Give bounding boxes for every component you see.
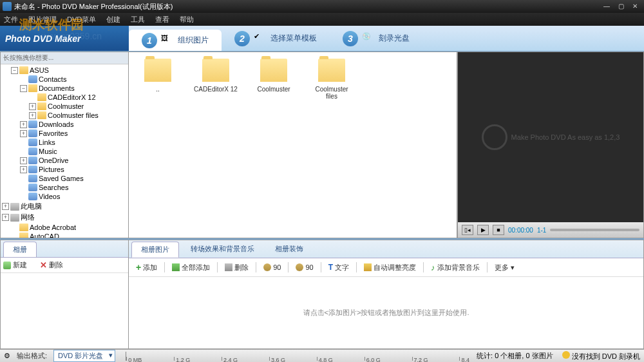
menu-photo-manage[interactable]: 图片管理 <box>28 15 57 24</box>
network-icon <box>10 214 19 222</box>
tree-node-autocad[interactable]: AutoCAD <box>2 232 127 238</box>
folder-view[interactable]: .. CADEditorX 12 Coolmuster Coolmuster f… <box>129 52 457 238</box>
menu-help[interactable]: 帮助 <box>180 15 194 24</box>
menu-create[interactable]: 创建 <box>106 15 120 24</box>
menu-view[interactable]: 查看 <box>155 15 169 24</box>
folder-coolmuster[interactable]: Coolmuster <box>251 59 296 93</box>
expand-icon[interactable]: + <box>20 157 27 164</box>
expand-icon[interactable]: + <box>2 203 9 210</box>
play-button[interactable]: ▶ <box>477 225 489 235</box>
gear-icon[interactable]: ⚙ <box>4 352 10 360</box>
folder-icon <box>28 84 37 92</box>
tab-album[interactable]: 相册 <box>3 242 37 257</box>
auto-brightness-button[interactable]: 自动调整亮度 <box>361 262 419 274</box>
expand-icon[interactable]: + <box>29 112 36 119</box>
folder-cadeditor[interactable]: CADEditorX 12 <box>193 59 238 93</box>
collapse-icon[interactable]: − <box>11 67 18 74</box>
menu-file[interactable]: 文件 <box>4 15 18 24</box>
tree-node-music[interactable]: Music <box>2 147 127 156</box>
ruler-tick: 2.4 G <box>222 357 238 361</box>
folder-up[interactable]: .. <box>135 59 180 93</box>
expand-icon[interactable]: + <box>29 103 36 110</box>
more-button[interactable]: 更多▾ <box>491 262 518 274</box>
expand-icon[interactable]: + <box>20 130 27 137</box>
delete-button[interactable]: 删除 <box>222 262 252 274</box>
tree-node-searches[interactable]: Searches <box>2 183 127 192</box>
tab-transitions[interactable]: 转场效果和背景音乐 <box>182 242 263 258</box>
onedrive-icon <box>28 157 37 164</box>
stop-button[interactable]: ■ <box>493 225 504 235</box>
step-organize[interactable]: 1 🖼 组织图片 <box>129 30 222 51</box>
collapse-icon[interactable]: − <box>20 85 27 92</box>
prev-button[interactable]: ▯◂ <box>462 225 473 235</box>
tree-node-documents[interactable]: −Documents <box>2 84 127 93</box>
tree-node-contacts[interactable]: Contacts <box>2 75 127 84</box>
rotate-left-icon <box>263 263 271 271</box>
text-button[interactable]: T文字 <box>325 262 352 274</box>
text-icon: T <box>328 263 333 272</box>
step-1-label: 组织图片 <box>178 35 209 46</box>
add-all-button[interactable]: 全部添加 <box>169 262 213 274</box>
expand-icon[interactable]: + <box>2 214 9 221</box>
tree-node-favorites[interactable]: +Favorites <box>2 129 127 138</box>
tree-node-adobe[interactable]: Adobe Acrobat <box>2 223 127 232</box>
step-2-badge: 2 <box>234 31 250 46</box>
tree-node-cadeditor[interactable]: CADEditorX 12 <box>2 93 127 102</box>
add-music-button[interactable]: ♪添加背景音乐 <box>428 262 483 274</box>
menu-tools[interactable]: 工具 <box>131 15 145 24</box>
photos-icon: 🖼 <box>161 34 174 47</box>
photo-drop-area[interactable]: 请点击<添加图片>按钮或者拖放图片到这里开始使用. <box>129 277 643 348</box>
tree-label: 此电脑 <box>21 202 42 211</box>
tree-node-links[interactable]: Links <box>2 138 127 147</box>
trash-icon <box>225 263 232 271</box>
chevron-down-icon: ▾ <box>511 263 515 272</box>
photo-toolbar: +添加 全部添加 删除 90 90 T文字 自动调整亮度 ♪添加背景音乐 更多▾ <box>129 258 643 277</box>
preview-controls: ▯◂ ▶ ■ 00:00:00 1-1 <box>458 222 643 238</box>
folder-icon <box>19 224 28 231</box>
output-format-select[interactable]: DVD 影片光盘 <box>53 350 115 362</box>
preview-slider[interactable] <box>550 229 639 231</box>
tab-decoration[interactable]: 相册装饰 <box>266 242 312 258</box>
tree-label: AutoCAD <box>30 233 59 238</box>
rotate-right-button[interactable]: 90 <box>292 262 316 272</box>
step-burn[interactable]: 3 💿 刻录光盘 <box>330 26 422 51</box>
folder-icon <box>144 59 171 82</box>
tree-node-coolmuster-files[interactable]: +Coolmuster files <box>2 111 127 120</box>
tree-node-asus[interactable]: −ASUS <box>2 66 127 75</box>
folder-icon <box>318 59 345 82</box>
tree-node-downloads[interactable]: +Downloads <box>2 120 127 129</box>
tree-node-videos[interactable]: Videos <box>2 192 127 201</box>
step-template[interactable]: 2 ✔ 选择菜单模板 <box>222 26 330 51</box>
tree-node-network[interactable]: +网络 <box>2 212 127 223</box>
logo-text: Photo DVD Maker <box>5 33 80 44</box>
tree-node-coolmuster[interactable]: +Coolmuster <box>2 102 127 111</box>
ruler-tick: 3.6 G <box>269 357 285 361</box>
tree-node-onedrive[interactable]: +OneDrive <box>2 156 127 165</box>
tab-album-photos[interactable]: 相册图片 <box>131 242 179 258</box>
computer-icon <box>10 203 19 211</box>
titlebar: 未命名 - Photo DVD Maker Professional(试用版本)… <box>0 0 644 13</box>
tree-node-thispc[interactable]: +此电脑 <box>2 201 127 212</box>
new-album-button[interactable]: 新建 <box>3 260 27 270</box>
folder-icon <box>202 59 229 82</box>
contacts-icon <box>28 75 37 83</box>
tree-label: ASUS <box>30 66 49 74</box>
add-button[interactable]: +添加 <box>133 261 160 274</box>
close-button[interactable]: ✕ <box>629 2 641 11</box>
folder-tree-panel[interactable]: 长按拖拽你想要... −ASUS Contacts −Documents CAD… <box>0 52 129 238</box>
preview-track: 1-1 <box>537 227 546 234</box>
folder-coolmuster-files[interactable]: Coolmuster files <box>309 59 354 100</box>
tree-node-pictures[interactable]: +Pictures <box>2 165 127 174</box>
minimize-button[interactable]: — <box>600 2 613 11</box>
delete-album-button[interactable]: ✕删除 <box>40 260 63 270</box>
disc-watermark-icon <box>482 124 507 150</box>
album-panel: 相册 新建 ✕删除 <box>0 240 129 349</box>
expand-icon[interactable]: + <box>20 166 27 173</box>
ruler-tick: 7.2 G <box>412 357 428 361</box>
expand-icon[interactable]: + <box>20 121 27 128</box>
menu-dvd-menu[interactable]: DVD菜单 <box>67 15 96 24</box>
links-icon <box>28 138 37 146</box>
maximize-button[interactable]: ▢ <box>614 2 627 11</box>
tree-node-saved-games[interactable]: Saved Games <box>2 174 127 183</box>
rotate-left-button[interactable]: 90 <box>260 262 284 272</box>
